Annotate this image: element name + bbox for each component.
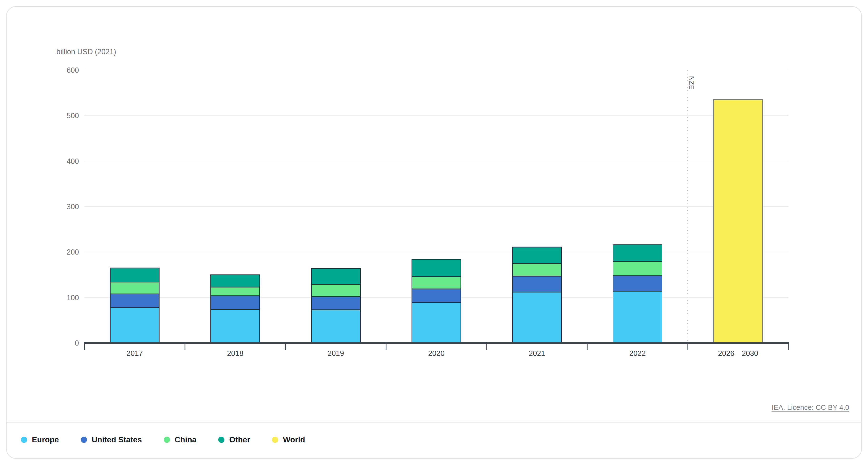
- legend-swatch-world: [272, 437, 278, 443]
- bar-segment-united-states-2019[interactable]: [311, 297, 361, 310]
- chart-svg: billion USD (2021) NZE 01002003004005006…: [0, 0, 868, 464]
- bar-segment-other-2022[interactable]: [613, 245, 662, 262]
- legend-label-united-states: United States: [92, 435, 142, 444]
- x-tick-label-2017: 2017: [126, 349, 143, 358]
- bar-segment-china-2019[interactable]: [311, 284, 361, 297]
- legend-swatch-united-states: [81, 437, 87, 443]
- x-tick-label-2026—2030: 2026—2030: [718, 349, 758, 358]
- legend-item-other[interactable]: Other: [218, 435, 250, 444]
- bar-segment-china-2021[interactable]: [513, 264, 562, 276]
- legend-item-china[interactable]: China: [164, 435, 196, 444]
- legend-divider: [7, 422, 861, 423]
- axis-unit-label: billion USD (2021): [56, 48, 116, 56]
- x-tick-label-2022: 2022: [629, 349, 646, 358]
- x-tick-label-2021: 2021: [529, 349, 545, 358]
- bar-segment-china-2017[interactable]: [110, 282, 159, 294]
- legend-item-united-states[interactable]: United States: [81, 435, 142, 444]
- x-tick-label-2018: 2018: [227, 349, 243, 358]
- y-tick-label-300: 300: [67, 203, 79, 211]
- chart-legend: Europe United States China Other World: [21, 432, 305, 447]
- y-tick-label-500: 500: [67, 112, 79, 120]
- bar-segment-europe-2018[interactable]: [211, 309, 260, 343]
- legend-item-europe[interactable]: Europe: [21, 435, 59, 444]
- y-tick-label-200: 200: [67, 248, 79, 256]
- x-tick-label-2019: 2019: [328, 349, 344, 358]
- bar-segment-other-2021[interactable]: [513, 247, 562, 264]
- legend-label-europe: Europe: [32, 435, 59, 444]
- legend-label-other: Other: [229, 435, 250, 444]
- nze-annotation-label: NZE: [688, 76, 695, 90]
- y-tick-label-400: 400: [67, 157, 79, 165]
- bar-segment-china-2018[interactable]: [211, 287, 260, 296]
- bar-segment-europe-2022[interactable]: [613, 291, 662, 343]
- bar-segment-europe-2017[interactable]: [110, 308, 159, 343]
- legend-swatch-europe: [21, 437, 27, 443]
- bar-segment-united-states-2017[interactable]: [110, 294, 159, 307]
- y-tick-label-0: 0: [75, 339, 79, 347]
- bar-segment-other-2020[interactable]: [412, 259, 461, 277]
- bar-segment-united-states-2022[interactable]: [613, 276, 662, 291]
- y-tick-label-600: 600: [67, 66, 79, 74]
- legend-item-world[interactable]: World: [272, 435, 305, 444]
- bar-segment-united-states-2021[interactable]: [513, 276, 562, 292]
- legend-label-china: China: [175, 435, 196, 444]
- bar-segment-europe-2019[interactable]: [311, 310, 361, 343]
- bar-segment-world-2026—2030[interactable]: [714, 100, 763, 343]
- bar-segment-other-2019[interactable]: [311, 268, 361, 284]
- bar-segment-other-2017[interactable]: [110, 268, 159, 282]
- bar-segment-china-2022[interactable]: [613, 262, 662, 276]
- legend-swatch-china: [164, 437, 170, 443]
- bar-segment-united-states-2018[interactable]: [211, 296, 260, 309]
- bar-segment-united-states-2020[interactable]: [412, 289, 461, 302]
- licence-link[interactable]: IEA. Licence: CC BY 4.0: [772, 403, 849, 411]
- bar-segment-europe-2020[interactable]: [412, 303, 461, 343]
- legend-label-world: World: [283, 435, 305, 444]
- y-tick-label-100: 100: [67, 293, 79, 302]
- bar-segment-europe-2021[interactable]: [513, 292, 562, 343]
- bar-segment-other-2018[interactable]: [211, 275, 260, 287]
- x-tick-label-2020: 2020: [428, 349, 444, 358]
- bar-segment-china-2020[interactable]: [412, 277, 461, 289]
- legend-swatch-other: [218, 437, 224, 443]
